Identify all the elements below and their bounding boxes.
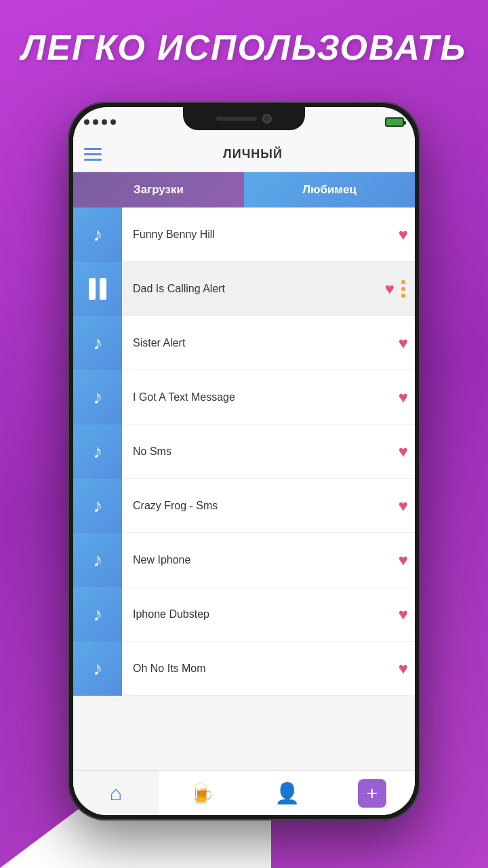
list-item[interactable]: ♪ Iphone Dubstep ♥ <box>73 587 415 642</box>
phone-mockup: ЛИЧНЫЙ Загрузки Любимец ♪ Funny Benny <box>68 102 420 821</box>
signal-dot-2 <box>93 119 98 125</box>
list-item[interactable]: ♪ No Sms ♥ <box>73 425 415 479</box>
list-item[interactable]: ♪ Sister Alert ♥ <box>73 316 415 370</box>
nav-person[interactable]: 👤 <box>244 771 329 815</box>
person-icon: 👤 <box>274 781 300 805</box>
ringtone-icon-box: ♪ <box>73 370 122 425</box>
add-icon-box: + <box>358 779 386 808</box>
app-header: ЛИЧНЫЙ <box>73 137 415 172</box>
ringtone-icon-box: ♪ <box>73 533 122 587</box>
music-note-icon: ♪ <box>93 549 102 571</box>
more-options-icon[interactable] <box>401 280 415 298</box>
phone-btn-mute <box>68 217 68 248</box>
phone-inner: ЛИЧНЫЙ Загрузки Любимец ♪ Funny Benny <box>73 107 415 815</box>
list-item[interactable]: ♪ New Iphone ♥ <box>73 533 415 587</box>
ringtone-name: Iphone Dubstep <box>122 608 399 620</box>
music-note-icon: ♪ <box>93 224 102 245</box>
music-note-icon: ♪ <box>93 387 102 408</box>
ringtone-name: Oh No Its Mom <box>122 663 399 675</box>
ringtone-list: ♪ Funny Benny Hill ♥ Dad Is Calling Aler… <box>73 208 415 770</box>
phone-btn-vol-down <box>68 315 68 363</box>
pause-icon <box>89 278 106 300</box>
tab-downloads[interactable]: Загрузки <box>73 172 244 208</box>
tab-favorites-label: Любимец <box>302 183 357 197</box>
hamburger-line-1 <box>84 148 102 150</box>
header-title: ЛИЧНЫЙ <box>102 147 404 161</box>
ringtone-name: No Sms <box>122 446 399 458</box>
phone-notch <box>183 107 305 130</box>
signal-dot-4 <box>110 119 116 125</box>
heart-icon[interactable]: ♥ <box>399 551 415 570</box>
list-item[interactable]: ♪ I Got A Text Message ♥ <box>73 370 415 425</box>
ringtone-name: Dad Is Calling Alert <box>122 283 385 295</box>
heart-icon[interactable]: ♥ <box>399 605 415 624</box>
home-icon: ⌂ <box>110 782 122 805</box>
ringtone-icon-box-active <box>73 262 122 316</box>
pause-bar-2 <box>100 278 106 300</box>
tab-downloads-label: Загрузки <box>134 183 184 197</box>
heart-icon[interactable]: ♥ <box>399 225 415 244</box>
list-item[interactable]: Dad Is Calling Alert ♥ <box>73 262 415 316</box>
tab-favorites[interactable]: Любимец <box>244 172 415 208</box>
list-item[interactable]: ♪ Oh No Its Mom ♥ <box>73 642 415 696</box>
ringtone-name: New Iphone <box>122 554 399 566</box>
ringtone-name: Crazy Frog - Sms <box>122 500 399 512</box>
nav-beer[interactable]: 🍺 <box>159 771 244 815</box>
ringtone-icon-box: ♪ <box>73 316 122 370</box>
heart-icon[interactable]: ♥ <box>399 334 415 353</box>
page-title: ЛЕГКО ИСПОЛЬЗОВАТЬ <box>0 27 488 68</box>
ringtone-name: Sister Alert <box>122 337 399 349</box>
nav-add[interactable]: + <box>329 771 415 815</box>
heart-icon[interactable]: ♥ <box>399 496 415 515</box>
heart-icon[interactable]: ♥ <box>399 388 415 407</box>
bottom-nav: ⌂ 🍺 👤 + <box>73 770 415 815</box>
hamburger-line-2 <box>84 153 102 155</box>
signal-dot-3 <box>102 119 107 125</box>
more-dot-1 <box>401 280 405 284</box>
heart-icon[interactable]: ♥ <box>385 279 401 298</box>
hamburger-line-3 <box>84 159 102 161</box>
beer-icon: 🍺 <box>189 781 214 805</box>
more-dot-2 <box>401 287 405 291</box>
battery-icon <box>385 117 404 127</box>
signal-dot-1 <box>84 119 89 125</box>
more-dot-3 <box>401 294 405 298</box>
music-note-icon: ♪ <box>93 604 102 625</box>
list-item[interactable]: ♪ Funny Benny Hill ♥ <box>73 208 415 262</box>
app-screen: ЛИЧНЫЙ Загрузки Любимец ♪ Funny Benny <box>73 137 415 815</box>
ringtone-name: I Got A Text Message <box>122 391 399 403</box>
plus-icon: + <box>367 783 378 804</box>
hamburger-button[interactable] <box>84 148 102 161</box>
music-note-icon: ♪ <box>93 332 102 354</box>
ringtone-icon-box: ♪ <box>73 587 122 642</box>
heart-icon[interactable]: ♥ <box>399 442 415 461</box>
ringtone-icon-box: ♪ <box>73 208 122 262</box>
notch-speaker <box>216 117 257 121</box>
list-item[interactable]: ♪ Crazy Frog - Sms ♥ <box>73 479 415 533</box>
tab-bar: Загрузки Любимец <box>73 172 415 208</box>
ringtone-name: Funny Benny Hill <box>122 229 399 241</box>
phone-btn-vol-up <box>68 258 68 305</box>
nav-home[interactable]: ⌂ <box>73 771 159 815</box>
music-note-icon: ♪ <box>93 495 102 517</box>
music-note-icon: ♪ <box>93 658 102 679</box>
signal-dots <box>84 119 116 125</box>
pause-bar-1 <box>89 278 96 300</box>
ringtone-icon-box: ♪ <box>73 642 122 696</box>
notch-camera <box>262 114 272 123</box>
phone-btn-power <box>420 237 420 285</box>
music-note-icon: ♪ <box>93 441 102 462</box>
ringtone-icon-box: ♪ <box>73 425 122 479</box>
heart-icon[interactable]: ♥ <box>399 659 415 678</box>
ringtone-icon-box: ♪ <box>73 479 122 533</box>
